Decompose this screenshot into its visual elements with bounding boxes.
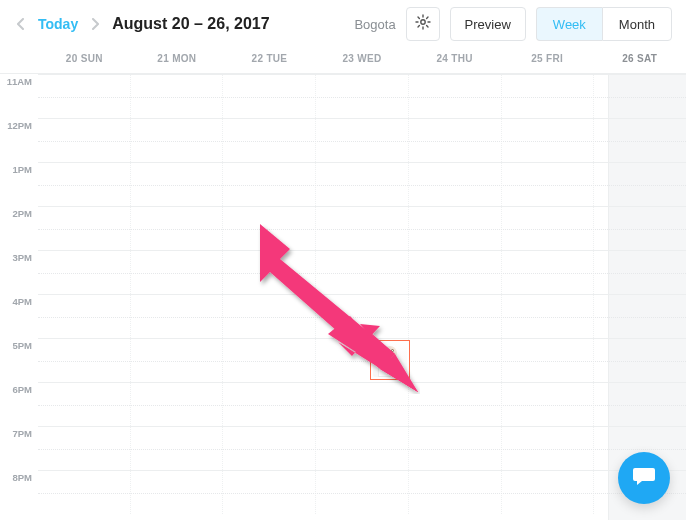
gear-icon [415,14,431,34]
chat-launcher-button[interactable] [618,452,670,504]
time-label: 8PM [0,470,38,514]
time-label: 7PM [0,426,38,470]
calendar-toolbar: Today August 20 – 26, 2017 Bogota Previe… [0,0,686,44]
day-header: 26 SAT [593,53,686,64]
date-range-label: August 20 – 26, 2017 [112,15,269,33]
grid-body [38,74,686,514]
next-week-button[interactable] [88,12,102,36]
day-header-row: 20 SUN 21 MON 22 TUE 23 WED 24 THU 25 FR… [0,44,686,74]
view-week-button[interactable]: Week [536,7,602,41]
view-month-button[interactable]: Month [602,7,672,41]
timezone-label: Bogota [354,17,395,32]
day-header: 23 WED [316,53,409,64]
time-label: 11AM [0,74,38,118]
time-label: 4PM [0,294,38,338]
day-header: 25 FRI [501,53,594,64]
time-label: 3PM [0,250,38,294]
settings-button[interactable] [406,7,440,41]
calendar-grid[interactable]: 11AM 12PM 1PM 2PM 3PM 4PM 5PM 6PM 7PM 8P… [0,74,686,520]
avatar [373,343,407,377]
time-label: 5PM [0,338,38,382]
day-header: 22 TUE [223,53,316,64]
day-header: 20 SUN [38,53,131,64]
calendar-event[interactable] [370,340,410,380]
day-header: 21 MON [131,53,224,64]
time-label: 6PM [0,382,38,426]
svg-point-0 [420,20,424,24]
today-link[interactable]: Today [28,16,88,32]
day-header: 24 THU [408,53,501,64]
time-label: 12PM [0,118,38,162]
prev-week-button[interactable] [14,12,28,36]
chat-icon [631,463,657,493]
preview-button[interactable]: Preview [450,7,526,41]
time-label: 2PM [0,206,38,250]
time-axis: 11AM 12PM 1PM 2PM 3PM 4PM 5PM 6PM 7PM 8P… [0,74,38,514]
time-label: 1PM [0,162,38,206]
view-toggle: Week Month [536,7,672,41]
